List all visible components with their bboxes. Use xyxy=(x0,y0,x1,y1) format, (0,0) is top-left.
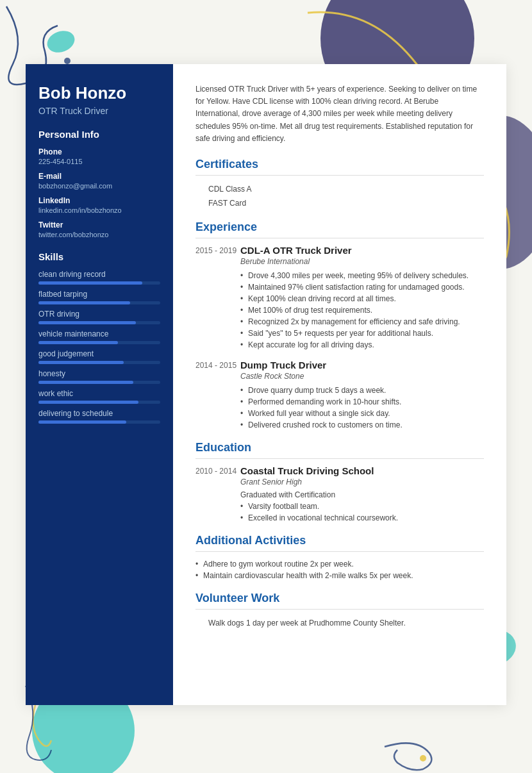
svg-point-7 xyxy=(420,755,426,761)
certificate-item: CDL Class A xyxy=(195,182,484,196)
candidate-title: OTR Truck Driver xyxy=(38,106,160,116)
skill-item: good judgement xyxy=(38,349,160,364)
education-note: Graduated with Certification xyxy=(240,490,484,499)
experience-title: Dump Truck Driver xyxy=(240,360,484,370)
list-item: Met 100% of drug test requirements. xyxy=(240,304,484,316)
list-item: Worked full year without a single sick d… xyxy=(240,408,484,419)
skill-item: vehicle maintenance xyxy=(38,329,160,344)
experience-heading: Experience xyxy=(195,220,484,234)
experience-list: 2015 - 2019 CDL-A OTR Truck Driver Berub… xyxy=(195,245,484,431)
skill-bar-bg xyxy=(38,341,160,344)
experience-body: Dump Truck Driver Castle Rock Stone Drov… xyxy=(240,360,484,431)
education-date: 2010 - 2014 xyxy=(195,465,240,524)
experience-company: Berube International xyxy=(240,257,484,266)
skill-bar-fill xyxy=(38,420,126,424)
skill-name: vehicle maintenance xyxy=(38,329,160,338)
skill-bar-bg xyxy=(38,401,160,404)
experience-date: 2015 - 2019 xyxy=(195,245,240,351)
experience-entry: 2015 - 2019 CDL-A OTR Truck Driver Berub… xyxy=(195,245,484,351)
skill-item: OTR driving xyxy=(38,310,160,324)
experience-title: CDL-A OTR Truck Driver xyxy=(240,245,484,256)
skills-list: clean driving record flatbed tarping OTR… xyxy=(38,270,160,424)
list-item: Recognized 2x by management for efficien… xyxy=(240,316,484,328)
skill-item: honesty xyxy=(38,369,160,384)
education-body: Coastal Truck Driving School Grant Senio… xyxy=(240,465,484,524)
linkedin-value: linkedin.com/in/bobzhonzo xyxy=(38,206,160,214)
skill-bar-fill xyxy=(38,381,133,384)
certificates-heading: Certificates xyxy=(195,158,484,171)
skill-item: clean driving record xyxy=(38,270,160,285)
skill-item: delivering to schedule xyxy=(38,409,160,424)
skill-name: OTR driving xyxy=(38,310,160,319)
certificates-list: CDL Class AFAST Card xyxy=(195,182,484,210)
list-item: Maintain cardiovascular health with 2-mi… xyxy=(195,570,484,581)
sidebar: Bob Honzo OTR Truck Driver Personal Info… xyxy=(26,64,173,705)
volunteer-divider xyxy=(195,609,484,610)
volunteer-text: Walk dogs 1 day per week at Prudhomme Co… xyxy=(195,616,484,630)
skill-item: work ethic xyxy=(38,389,160,404)
skill-name: delivering to schedule xyxy=(38,409,160,418)
candidate-name: Bob Honzo xyxy=(38,83,160,103)
list-item: Drove 4,300 miles per week, meeting 95% … xyxy=(240,270,484,281)
personal-info-heading: Personal Info xyxy=(38,129,160,140)
education-bullets: Varsity football team.Excelled in vocati… xyxy=(240,501,484,524)
experience-body: CDL-A OTR Truck Driver Berube Internatio… xyxy=(240,245,484,351)
list-item: Excelled in vocational technical coursew… xyxy=(240,512,484,524)
resume-container: Bob Honzo OTR Truck Driver Personal Info… xyxy=(26,64,506,705)
education-school: Coastal Truck Driving School xyxy=(240,465,484,476)
skill-name: clean driving record xyxy=(38,270,160,279)
list-item: Kept accurate log for all driving days. xyxy=(240,339,484,351)
list-item: Adhere to gym workout routine 2x per wee… xyxy=(195,558,484,570)
list-item: Drove quarry dump truck 5 days a week. xyxy=(240,385,484,396)
skill-name: work ethic xyxy=(38,389,160,398)
skill-item: flatbed tarping xyxy=(38,290,160,304)
skill-bar-fill xyxy=(38,301,130,304)
certificate-item: FAST Card xyxy=(195,196,484,210)
skill-bar-fill xyxy=(38,321,136,324)
phone-label: Phone xyxy=(38,147,160,156)
email-value: bobzhonzo@gmail.com xyxy=(38,182,160,190)
phone-value: 225-454-0115 xyxy=(38,158,160,165)
list-item: Maintained 97% client satisfaction ratin… xyxy=(240,281,484,293)
twitter-label: Twitter xyxy=(38,220,160,229)
experience-entry: 2014 - 2015 Dump Truck Driver Castle Roc… xyxy=(195,360,484,431)
skill-bar-fill xyxy=(38,281,142,285)
skill-bar-bg xyxy=(38,321,160,324)
education-list: 2010 - 2014 Coastal Truck Driving School… xyxy=(195,465,484,524)
skill-bar-fill xyxy=(38,341,118,344)
experience-bullets: Drove quarry dump truck 5 days a week.Pe… xyxy=(240,385,484,431)
education-divider xyxy=(195,458,484,459)
list-item: Said "yes" to 5+ requests per year for a… xyxy=(240,328,484,339)
email-label: E-mail xyxy=(38,172,160,181)
skill-bar-bg xyxy=(38,301,160,304)
education-entry: 2010 - 2014 Coastal Truck Driving School… xyxy=(195,465,484,524)
list-item: Varsity football team. xyxy=(240,501,484,512)
volunteer-heading: Volunteer Work xyxy=(195,592,484,605)
certificates-divider xyxy=(195,175,484,176)
experience-divider xyxy=(195,238,484,238)
skills-heading: Skills xyxy=(38,251,160,262)
experience-company: Castle Rock Stone xyxy=(240,372,484,381)
skill-bar-bg xyxy=(38,381,160,384)
svg-point-0 xyxy=(44,27,78,56)
skill-name: flatbed tarping xyxy=(38,290,160,299)
skill-name: honesty xyxy=(38,369,160,378)
skill-bar-fill xyxy=(38,401,138,404)
summary-text: Licensed OTR Truck Driver with 5+ years … xyxy=(195,83,484,145)
list-item: Kept 100% clean driving record at all ti… xyxy=(240,293,484,304)
activities-divider xyxy=(195,551,484,552)
list-item: Performed demanding work in 10-hour shif… xyxy=(240,396,484,408)
svg-point-1 xyxy=(64,58,71,64)
skill-bar-bg xyxy=(38,281,160,285)
education-heading: Education xyxy=(195,441,484,454)
skill-bar-bg xyxy=(38,420,160,424)
linkedin-label: LinkedIn xyxy=(38,196,160,205)
activities-heading: Additional Activities xyxy=(195,534,484,547)
list-item: Delivered crushed rock to customers on t… xyxy=(240,419,484,431)
experience-date: 2014 - 2015 xyxy=(195,360,240,431)
skill-bar-bg xyxy=(38,361,160,364)
twitter-value: twitter.com/bobzhonzo xyxy=(38,231,160,238)
skill-bar-fill xyxy=(38,361,124,364)
main-content: Licensed OTR Truck Driver with 5+ years … xyxy=(173,64,506,705)
skill-name: good judgement xyxy=(38,349,160,358)
